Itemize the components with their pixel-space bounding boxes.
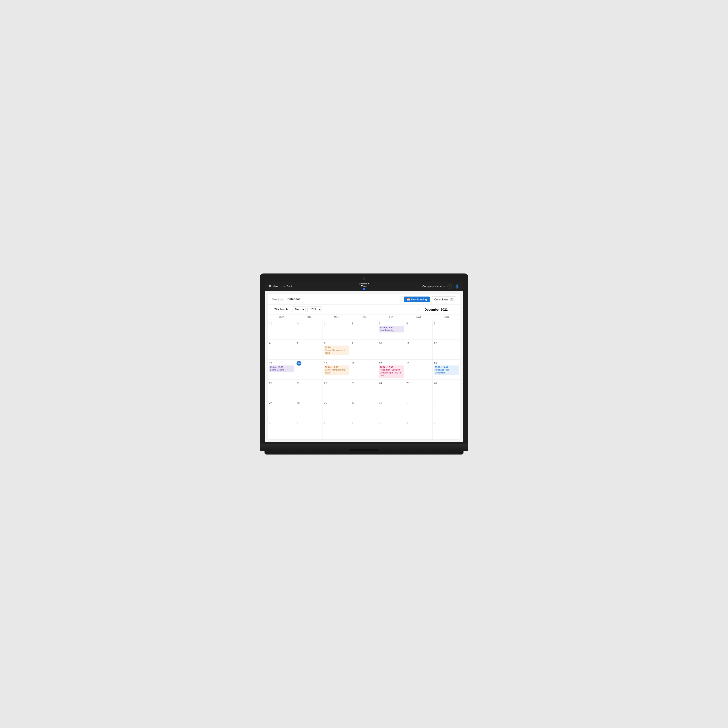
event-block[interactable]: 09:00Senior Management Team <box>324 346 349 355</box>
hamburger-icon: ☰ <box>269 285 271 288</box>
committees-button[interactable]: Committees 0 <box>432 296 456 302</box>
cell-date: 15 <box>324 362 327 365</box>
calendar-cell[interactable]: 6 <box>268 340 295 359</box>
tab-meetings[interactable]: Meetings <box>272 298 284 303</box>
laptop-container: ☰ Menu ← Back DecisionTime Company Name … <box>260 274 468 454</box>
calendar-cell[interactable]: 23 <box>350 379 378 399</box>
event-block[interactable]: 16:00 - 17:00Resolution (Decision Deadli… <box>379 366 404 378</box>
calendar-cell[interactable]: 315:00 - 19:00Board Meeting <box>378 320 405 340</box>
logo-dot <box>363 288 365 290</box>
calendar-cell[interactable]: 18 <box>405 359 433 379</box>
event-time: 09:00 - 10:00 <box>435 366 458 369</box>
cell-date: 7 <box>297 342 298 345</box>
company-name: Company Name <box>422 285 442 288</box>
tab-calendar[interactable]: Calendar <box>288 298 300 303</box>
prev-month-button[interactable]: < <box>416 307 421 312</box>
this-month-button[interactable]: This Month <box>272 307 290 312</box>
calendar-cell[interactable]: 29 <box>268 320 295 340</box>
calendar-cell[interactable]: 26 <box>433 379 460 399</box>
calendar-cell[interactable]: 24 <box>378 379 405 399</box>
event-block[interactable]: 09:00 - 12:00Board Meeting <box>269 366 294 372</box>
calendar-cell[interactable]: 30 <box>350 399 378 419</box>
calendar-cell[interactable]: 1716:00 - 17:00Resolution (Decision Dead… <box>378 359 405 379</box>
laptop-foot <box>265 451 463 454</box>
calendar-cell[interactable]: 2 <box>350 320 378 340</box>
calendar-cell[interactable]: 809:00Senior Management Team <box>323 340 350 359</box>
calendar-cell[interactable]: 7 <box>378 419 405 439</box>
event-title: Senior Management Team <box>325 349 348 355</box>
cell-date: 29 <box>269 322 272 325</box>
content-area: Meetings Calendar 📅 New Meeting Committe… <box>265 291 463 442</box>
calendar-cell[interactable]: 1 <box>405 399 433 419</box>
calendar-cell[interactable]: 21 <box>295 379 323 399</box>
cell-date: 6 <box>352 421 353 424</box>
calendar-cell[interactable]: 1 <box>323 320 350 340</box>
calendar-cell[interactable]: 28 <box>295 399 323 419</box>
calendar-cell[interactable]: 9 <box>350 340 378 359</box>
month-select[interactable]: Dec JanFebMar AprMayJun JulAugSep OctNov <box>292 306 306 312</box>
calendar-cell[interactable]: 5 <box>433 320 460 340</box>
back-button[interactable]: ← Back <box>283 285 293 288</box>
calendar-cell[interactable]: 6 <box>350 419 378 439</box>
calendar-cell[interactable]: 10 <box>378 340 405 359</box>
calendar-cell[interactable]: 31 <box>378 399 405 419</box>
calendar-cell[interactable]: 4 <box>295 419 323 439</box>
calendar-cell[interactable]: 8 <box>405 419 433 439</box>
event-block[interactable]: 15:00 - 19:00Board Meeting <box>379 326 404 332</box>
calendar-cell[interactable]: 16 <box>350 359 378 379</box>
calendar-cell[interactable]: 5 <box>323 419 350 439</box>
help-button[interactable]: ? <box>448 284 452 289</box>
cell-date: 31 <box>379 401 382 404</box>
switch-icon: ⇄ <box>443 285 445 288</box>
next-month-button[interactable]: > <box>451 307 456 312</box>
calendar-cell[interactable]: 9 <box>433 419 460 439</box>
cell-date: 6 <box>269 342 271 345</box>
calendar-cell[interactable]: 20 <box>268 379 295 399</box>
calendar-cell[interactable]: 27 <box>268 399 295 419</box>
calendar-cell[interactable]: 14 <box>295 359 323 379</box>
calendar-week-2: 1309:00 - 12:00Board Meeting141509:00 - … <box>268 359 460 379</box>
calendar-body: 293012315:00 - 19:00Board Meeting4567809… <box>268 320 460 439</box>
camera <box>363 278 365 280</box>
cell-date: 23 <box>352 382 354 385</box>
event-title: Board Meeting <box>270 369 293 372</box>
calendar-cell[interactable]: 25 <box>405 379 433 399</box>
calendar-cell[interactable]: 29 <box>323 399 350 419</box>
cell-date: 2 <box>352 322 353 325</box>
cell-date: 8 <box>407 421 408 424</box>
calendar-cell[interactable]: 3 <box>268 419 295 439</box>
menu-button[interactable]: ☰ Menu <box>269 285 279 288</box>
calendar-plus-icon: 📅 <box>407 298 410 301</box>
cell-date: 1 <box>407 401 408 404</box>
calendar-cell[interactable]: 7 <box>295 340 323 359</box>
screen-bezel: ☰ Menu ← Back DecisionTime Company Name … <box>260 274 468 444</box>
day-header-fri: FRI <box>378 315 405 320</box>
cell-date: 24 <box>379 382 382 385</box>
calendar-cell[interactable]: 1909:00 - 10:00Audit and Risk Committee <box>433 359 460 379</box>
calendar-cell[interactable]: 30 <box>295 320 323 340</box>
new-meeting-label: New Meeting <box>411 298 427 301</box>
meetings-actions: 📅 New Meeting Committees 0 <box>404 296 456 304</box>
calendar-cell[interactable]: 1309:00 - 12:00Board Meeting <box>268 359 295 379</box>
calendar-cell[interactable]: 4 <box>405 320 433 340</box>
user-menu-button[interactable]: 👤 <box>455 284 459 289</box>
event-block[interactable]: 09:00 - 10:00Senior Management Team <box>324 366 349 375</box>
cell-date: 2 <box>434 401 435 404</box>
new-meeting-button[interactable]: 📅 New Meeting <box>404 297 430 302</box>
event-block[interactable]: 09:00 - 10:00Audit and Risk Committee <box>434 366 459 375</box>
app-topbar: ☰ Menu ← Back DecisionTime Company Name … <box>265 282 463 291</box>
calendar-cell[interactable]: 12 <box>433 340 460 359</box>
cell-date: 11 <box>407 342 409 345</box>
event-time: 15:00 - 19:00 <box>380 326 403 329</box>
company-selector[interactable]: Company Name ⇄ <box>422 285 445 288</box>
cell-date: 30 <box>297 322 300 325</box>
cell-date: 4 <box>407 322 408 325</box>
cell-date: 16 <box>352 362 354 365</box>
calendar-cell[interactable]: 1509:00 - 10:00Senior Management Team <box>323 359 350 379</box>
calendar-cell[interactable]: 2 <box>433 399 460 419</box>
calendar-cell[interactable]: 11 <box>405 340 433 359</box>
event-title: Board Meeting <box>380 329 403 332</box>
cell-date: 30 <box>352 401 354 404</box>
calendar-cell[interactable]: 22 <box>323 379 350 399</box>
year-select[interactable]: 202120222020 <box>307 306 322 312</box>
